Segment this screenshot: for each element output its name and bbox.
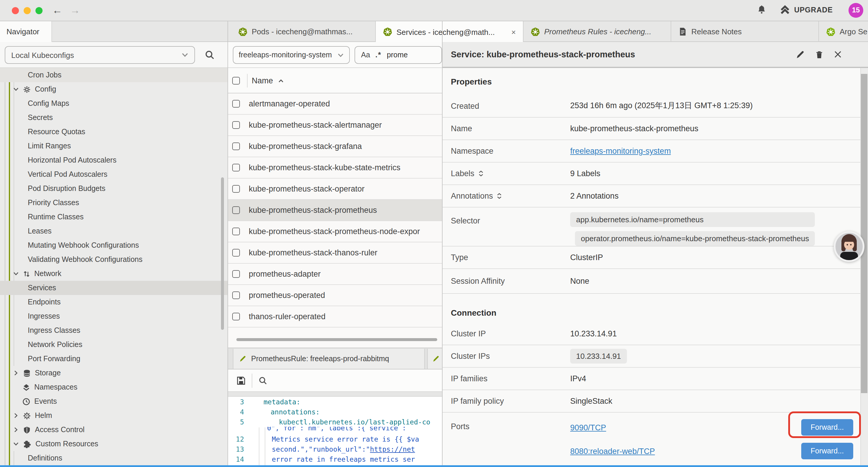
sidebar-group-custom-resources[interactable]: Custom Resources <box>0 437 227 451</box>
tab-prometheus-rules[interactable]: Prometheus Rules - icecheng... <box>524 21 671 42</box>
sidebar-item-mutating-webhook-configurations[interactable]: Mutating Webhook Configurations <box>0 238 227 253</box>
kubeconfig-selector[interactable]: Local Kubeconfigs <box>5 46 195 64</box>
sidebar-item-validating-webhook-configurations[interactable]: Validating Webhook Configurations <box>0 253 227 267</box>
row-checkbox[interactable] <box>232 185 240 193</box>
sidebar-group-network[interactable]: Network <box>0 267 227 281</box>
table-row[interactable]: alertmanager-operated <box>228 93 442 115</box>
runbook-url-link[interactable]: https://net <box>370 445 415 453</box>
search-icon[interactable] <box>205 50 215 60</box>
sidebar-item-cron-jobs[interactable]: Cron Jobs <box>0 68 227 82</box>
kubernetes-icon <box>826 27 836 36</box>
table-row[interactable]: kube-prometheus-stack-prometheus-node-ex… <box>228 221 442 242</box>
table-search-input[interactable]: Aa .* prome <box>354 46 442 64</box>
editor-tab-prometheusrule[interactable]: PrometheusRule: freeleaps-prod-rabbitmq <box>233 349 425 369</box>
namespace-filter-select[interactable]: freeleaps-monitoring-system <box>233 46 350 64</box>
namespace-link[interactable]: freeleaps-monitoring-system <box>570 147 671 155</box>
row-checkbox[interactable] <box>232 206 240 214</box>
drawer-scrollbar-thumb[interactable] <box>861 74 867 393</box>
sidebar-item-resource-quotas[interactable]: Resource Quotas <box>0 125 227 139</box>
column-header-name[interactable]: Name <box>252 68 273 93</box>
sidebar-item-vertical-pod-autoscalers[interactable]: Vertical Pod Autoscalers <box>0 167 227 181</box>
table-row[interactable]: thanos-ruler-operated <box>228 306 442 327</box>
match-case-toggle[interactable]: Aa <box>361 51 370 59</box>
navigator-panel-tab[interactable]: Navigator <box>0 21 52 42</box>
editor-tab-partial[interactable] <box>427 349 442 369</box>
tab-pods[interactable]: Pods - icecheng@mathmas... <box>231 21 376 42</box>
notification-count-badge[interactable]: 15 <box>848 3 863 18</box>
sidebar-item-horizontal-pod-autoscalers[interactable]: Horizontal Pod Autoscalers <box>0 153 227 167</box>
edit-pencil-icon[interactable] <box>796 50 805 59</box>
zoom-window-button[interactable] <box>35 7 42 14</box>
sidebar-item-pod-disruption-budgets[interactable]: Pod Disruption Budgets <box>0 181 227 196</box>
upgrade-button[interactable]: UPGRADE <box>794 6 833 14</box>
forward-button[interactable]: → <box>67 3 83 18</box>
upgrade-icon[interactable] <box>780 5 790 15</box>
sidebar-group-config[interactable]: Config <box>0 82 227 96</box>
row-checkbox[interactable] <box>232 291 240 299</box>
sidebar-item-namespaces[interactable]: Namespaces <box>0 380 227 394</box>
row-checkbox[interactable] <box>232 313 240 320</box>
row-checkbox[interactable] <box>232 100 240 108</box>
forward-port-button[interactable]: Forward... <box>801 443 853 459</box>
tab-release-notes[interactable]: Release Notes <box>671 21 819 42</box>
close-tab-icon[interactable]: × <box>507 28 516 36</box>
search-icon[interactable] <box>259 377 267 385</box>
sidebar-item-definitions[interactable]: Definitions <box>0 451 227 465</box>
table-row[interactable]: prometheus-operated <box>228 285 442 306</box>
sidebar-item-services[interactable]: Services <box>0 281 227 295</box>
sidebar-item-network-policies[interactable]: Network Policies <box>0 338 227 352</box>
row-checkbox[interactable] <box>232 121 240 129</box>
labels-count[interactable]: 9 Labels <box>570 169 600 178</box>
table-header: Name <box>228 68 442 93</box>
select-all-checkbox[interactable] <box>232 77 240 85</box>
row-checkbox[interactable] <box>232 270 240 278</box>
navigator-scrollbar-thumb[interactable] <box>221 177 224 330</box>
table-row[interactable]: kube-prometheus-stack-grafana <box>228 136 442 157</box>
close-window-button[interactable] <box>12 7 19 14</box>
regex-toggle[interactable]: .* <box>375 51 382 59</box>
sidebar-item-endpoints[interactable]: Endpoints <box>0 295 227 309</box>
sidebar-item-secrets[interactable]: Secrets <box>0 111 227 125</box>
editor-scroll-strip[interactable] <box>228 392 442 397</box>
sidebar-item-limit-ranges[interactable]: Limit Ranges <box>0 139 227 153</box>
table-row-selected[interactable]: kube-prometheus-stack-prometheus <box>228 200 442 221</box>
row-checkbox[interactable] <box>232 143 240 150</box>
trash-icon[interactable] <box>815 50 824 59</box>
minimize-window-button[interactable] <box>24 7 31 14</box>
sidebar-group-storage[interactable]: Storage <box>0 366 227 380</box>
row-checkbox[interactable] <box>232 164 240 171</box>
table-horizontal-scrollbar-thumb[interactable] <box>236 338 437 341</box>
table-row[interactable]: kube-prometheus-stack-kube-state-metrics <box>228 157 442 178</box>
sort-ascending-icon[interactable] <box>278 78 284 84</box>
yaml-editor[interactable]: 3 metadata: 4 annotations: 5 kubectl.kub… <box>228 397 442 465</box>
sidebar-item-ingresses[interactable]: Ingresses <box>0 309 227 323</box>
unfold-icon[interactable] <box>478 170 484 177</box>
sidebar-item-config-maps[interactable]: Config Maps <box>0 96 227 111</box>
close-icon[interactable] <box>834 50 842 59</box>
table-row[interactable]: kube-prometheus-stack-thanos-ruler <box>228 242 442 264</box>
drawer-scrollbar-track[interactable] <box>860 68 868 465</box>
sidebar-item-priority-classes[interactable]: Priority Classes <box>0 196 227 210</box>
sidebar-item-port-forwarding[interactable]: Port Forwarding <box>0 352 227 366</box>
port-link-8080[interactable]: 8080:reloader-web/TCP <box>570 447 655 456</box>
tab-services[interactable]: Services - icecheng@math... × <box>376 21 524 42</box>
sidebar-group-helm[interactable]: Helm <box>0 408 227 423</box>
sidebar-item-leases[interactable]: Leases <box>0 224 227 238</box>
tab-argo[interactable]: Argo Se <box>819 21 868 42</box>
table-row[interactable]: prometheus-adapter <box>228 264 442 285</box>
row-checkbox[interactable] <box>232 249 240 257</box>
sidebar-item-ingress-classes[interactable]: Ingress Classes <box>0 323 227 338</box>
row-checkbox[interactable] <box>232 228 240 235</box>
sidebar-item-runtime-classes[interactable]: Runtime Classes <box>0 210 227 224</box>
annotations-count[interactable]: 2 Annotations <box>570 192 619 200</box>
unfold-icon[interactable] <box>497 193 502 199</box>
notifications-bell-icon[interactable] <box>757 5 766 14</box>
table-row[interactable]: kube-prometheus-stack-alertmanager <box>228 115 442 136</box>
sidebar-group-access-control[interactable]: Access Control <box>0 423 227 437</box>
save-icon[interactable] <box>236 376 246 385</box>
port-link-9090[interactable]: 9090/TCP <box>570 423 606 432</box>
table-row[interactable]: kube-prometheus-stack-operator <box>228 178 442 200</box>
back-button[interactable]: ← <box>50 3 65 18</box>
user-avatar[interactable] <box>834 231 864 262</box>
sidebar-item-events[interactable]: Events <box>0 394 227 408</box>
